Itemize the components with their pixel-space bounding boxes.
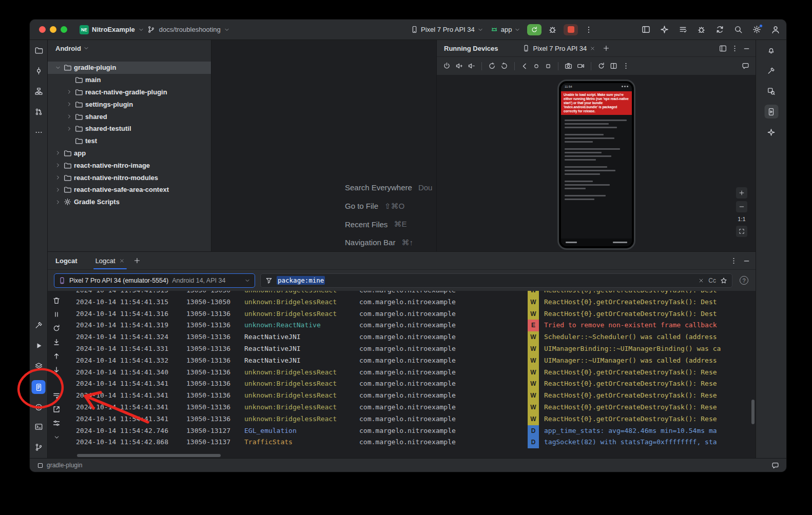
log-row[interactable]: 2024-10-14 11:54:41.34013050-13136unknow… xyxy=(65,367,750,379)
logcat-settings-icon[interactable] xyxy=(51,418,62,429)
match-case-toggle[interactable]: Cc xyxy=(708,277,716,284)
emulator-screen[interactable]: 11:54 Unable to load script. Make sure y… xyxy=(557,80,635,250)
rotate-right-icon[interactable] xyxy=(500,62,508,70)
tree-item-react-native-safe-area-context[interactable]: react-native-safe-area-context xyxy=(48,184,211,196)
layout-inspector-tool-icon[interactable] xyxy=(764,84,778,98)
tree-item-test[interactable]: test xyxy=(48,135,211,147)
log-row[interactable]: 2024-10-14 11:54:41.33213050-13136ReactN… xyxy=(65,355,750,367)
project-tool-icon[interactable] xyxy=(32,43,46,57)
export-logs-icon[interactable] xyxy=(51,404,62,415)
horizontal-scrollbar[interactable] xyxy=(77,454,221,457)
next-message-icon[interactable] xyxy=(51,364,62,375)
chevron-right-icon[interactable] xyxy=(55,174,61,181)
tree-item-gradle-plugin[interactable]: gradle-plugin xyxy=(48,62,211,74)
pause-logcat-icon[interactable] xyxy=(51,309,62,320)
todo-list-icon[interactable] xyxy=(679,25,687,34)
vertical-scrollbar[interactable] xyxy=(751,400,755,424)
restart-device-icon[interactable] xyxy=(597,62,605,70)
more-actions-icon[interactable] xyxy=(51,431,62,443)
log-row[interactable]: 2024-10-14 11:54:41.31513050-13050unknow… xyxy=(65,291,750,296)
zoom-level[interactable]: 1:1 xyxy=(738,215,745,223)
version-control-tool-icon[interactable] xyxy=(32,440,46,454)
structure-tool-icon[interactable] xyxy=(32,84,46,98)
hide-panel-icon[interactable] xyxy=(743,45,750,52)
log-row[interactable]: 2024-10-14 11:54:41.34113050-13136unknow… xyxy=(65,390,750,402)
soft-wrap-icon[interactable] xyxy=(51,390,62,401)
branch-selector[interactable]: docs/troubleshooting xyxy=(159,26,221,33)
chevron-right-icon[interactable] xyxy=(55,187,61,193)
log-row[interactable]: 2024-10-14 11:54:41.34113050-13136unknow… xyxy=(65,413,750,425)
power-icon[interactable] xyxy=(443,62,451,70)
settings-button[interactable] xyxy=(752,25,761,34)
chevron-right-icon[interactable] xyxy=(66,113,72,120)
tree-item-main[interactable]: main xyxy=(48,74,211,86)
tree-item-react-native-nitro-image[interactable]: react-native-nitro-image xyxy=(48,159,211,171)
maximize-window-button[interactable] xyxy=(61,26,67,33)
tree-item-settings-plugin[interactable]: settings-plugin xyxy=(48,98,211,110)
ai-assistant-icon[interactable] xyxy=(660,25,669,34)
run-tool-icon[interactable] xyxy=(32,339,46,352)
hide-panel-icon[interactable] xyxy=(743,257,750,265)
more-actions-icon[interactable] xyxy=(585,26,593,34)
log-row[interactable]: 2024-10-14 11:54:42.74613050-13127EGL_em… xyxy=(65,425,750,437)
panel-options-icon[interactable] xyxy=(730,257,738,265)
chevron-right-icon[interactable] xyxy=(66,126,72,132)
fold-device-icon[interactable] xyxy=(610,62,617,70)
volume-down-icon[interactable] xyxy=(468,62,475,70)
profiler-icon[interactable] xyxy=(697,25,706,34)
new-logcat-tab-icon[interactable] xyxy=(133,257,141,264)
chevron-right-icon[interactable] xyxy=(55,162,61,168)
tree-item-react-native-nitro-modules[interactable]: react-native-nitro-modules xyxy=(48,171,211,184)
tree-item-app[interactable]: app xyxy=(48,147,211,160)
home-icon[interactable] xyxy=(533,63,540,70)
restart-logcat-icon[interactable] xyxy=(51,323,62,334)
log-row[interactable]: 2024-10-14 11:54:41.34113050-13136unknow… xyxy=(65,402,750,413)
zoom-out-button[interactable] xyxy=(736,201,747,212)
problems-tool-icon[interactable] xyxy=(32,400,46,414)
chevron-right-icon[interactable] xyxy=(66,89,72,95)
favorite-filter-icon[interactable] xyxy=(720,277,727,284)
help-button[interactable]: ? xyxy=(740,276,748,285)
tree-item-react-native-gradle-plugin[interactable]: react-native-gradle-plugin xyxy=(48,86,211,98)
close-icon[interactable] xyxy=(590,46,595,51)
build-tool-icon[interactable] xyxy=(32,318,46,332)
panel-options-icon[interactable] xyxy=(731,45,739,52)
chevron-right-icon[interactable] xyxy=(66,101,72,107)
account-icon[interactable] xyxy=(771,25,780,34)
log-row[interactable]: 2024-10-14 11:54:41.31613050-13136unknow… xyxy=(65,308,750,320)
log-row[interactable]: 2024-10-14 11:54:41.31913050-13136unknow… xyxy=(65,320,750,331)
add-tab-icon[interactable] xyxy=(603,45,610,52)
gemini-tool-icon[interactable] xyxy=(764,125,778,139)
tree-item-shared[interactable]: shared xyxy=(48,110,211,123)
zoom-fit-button[interactable] xyxy=(736,226,747,237)
close-icon[interactable] xyxy=(119,258,125,264)
screen-record-icon[interactable] xyxy=(577,62,585,70)
log-row[interactable]: 2024-10-14 11:54:41.34113050-13136unknow… xyxy=(65,378,750,390)
debug-button[interactable] xyxy=(548,25,557,34)
stop-button[interactable] xyxy=(564,24,578,35)
chevron-right-icon[interactable] xyxy=(55,199,61,205)
log-row[interactable]: 2024-10-14 11:54:41.31513050-13050unknow… xyxy=(65,296,750,308)
pull-requests-tool-icon[interactable] xyxy=(32,105,46,118)
log-row[interactable]: 2024-10-14 11:54:41.32413050-13136ReactN… xyxy=(65,331,750,343)
notifications-tool-icon[interactable] xyxy=(764,43,778,57)
device-options-icon[interactable] xyxy=(622,62,630,70)
tree-item-gradle-scripts[interactable]: Gradle Scripts xyxy=(48,196,211,208)
commit-tool-icon[interactable] xyxy=(32,64,46,77)
project-selector[interactable]: NitroExample xyxy=(92,26,135,33)
sync-icon[interactable] xyxy=(716,25,724,34)
close-window-button[interactable] xyxy=(39,26,46,33)
more-tools-icon[interactable] xyxy=(32,125,46,139)
logcat-tool-icon[interactable] xyxy=(32,380,46,394)
build-variants-tool-icon[interactable] xyxy=(32,359,46,373)
feedback-icon[interactable] xyxy=(742,62,749,70)
tool-windows-icon[interactable] xyxy=(642,25,650,34)
tab-pixel-7-pro[interactable]: Pixel 7 Pro API 34 xyxy=(519,40,598,56)
minimize-window-button[interactable] xyxy=(50,26,56,33)
status-module[interactable]: gradle-plugin xyxy=(47,462,82,469)
rerun-button[interactable] xyxy=(527,24,542,35)
volume-up-icon[interactable] xyxy=(455,62,463,70)
logcat-filter-input[interactable]: package:mine Cc xyxy=(260,273,732,288)
project-view-mode[interactable]: Android xyxy=(55,45,81,52)
log-row[interactable]: 2024-10-14 11:54:42.86813050-13137Traffi… xyxy=(65,437,750,448)
